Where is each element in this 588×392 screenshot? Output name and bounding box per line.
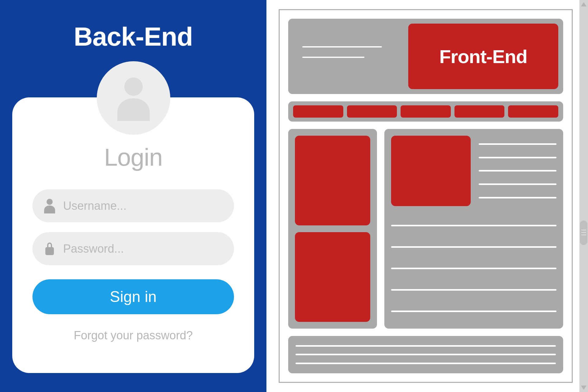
wireframe-article-image <box>391 136 471 206</box>
wireframe-nav-item <box>293 105 343 118</box>
password-field-wrap[interactable] <box>32 232 234 265</box>
wireframe-article-lines <box>479 136 556 206</box>
chevron-down-icon <box>581 386 586 390</box>
avatar-circle <box>97 61 170 135</box>
avatar-icon <box>115 75 152 121</box>
wireframe-nav-item <box>454 105 505 118</box>
scrollbar[interactable] <box>579 0 588 392</box>
svg-point-0 <box>47 199 53 205</box>
lock-icon <box>43 241 56 256</box>
scroll-down-button[interactable] <box>579 383 588 392</box>
wireframe-article <box>391 136 556 206</box>
frontend-wireframe: Front-End <box>279 9 573 383</box>
password-input[interactable] <box>63 242 223 255</box>
wireframe-footer <box>288 336 563 373</box>
wireframe-hero: Front-End <box>408 24 558 89</box>
chevron-up-icon <box>581 2 586 6</box>
login-card: Login Sign in Forgot your password? <box>12 97 254 373</box>
wireframe-header: Front-End <box>288 19 563 94</box>
backend-panel: Back-End Login Sign in Forgot your passw… <box>0 0 266 392</box>
frontend-title: Front-End <box>439 46 527 67</box>
wireframe-nav <box>288 101 563 122</box>
wireframe-side-block <box>295 136 370 225</box>
scrollbar-thumb[interactable] <box>580 221 587 245</box>
wireframe-nav-item <box>347 105 397 118</box>
frontend-panel: Front-End <box>266 0 588 392</box>
forgot-password-link[interactable]: Forgot your password? <box>32 329 234 342</box>
user-icon <box>43 198 56 213</box>
signin-button[interactable]: Sign in <box>32 279 234 314</box>
username-field-wrap[interactable] <box>32 189 234 222</box>
wireframe-sidebar <box>288 129 377 329</box>
svg-point-2 <box>124 77 143 96</box>
scroll-up-button[interactable] <box>579 0 588 9</box>
wireframe-header-lines <box>302 46 382 67</box>
login-heading: Login <box>32 143 234 172</box>
wireframe-main <box>384 129 563 329</box>
backend-title: Back-End <box>0 21 266 52</box>
wireframe-main-lines <box>391 206 556 322</box>
svg-rect-1 <box>45 247 54 255</box>
wireframe-nav-item <box>508 105 558 118</box>
wireframe-nav-item <box>401 105 451 118</box>
username-input[interactable] <box>63 199 223 213</box>
wireframe-side-block <box>295 232 370 322</box>
wireframe-footer-lines <box>296 341 556 368</box>
wireframe-body <box>288 129 563 329</box>
